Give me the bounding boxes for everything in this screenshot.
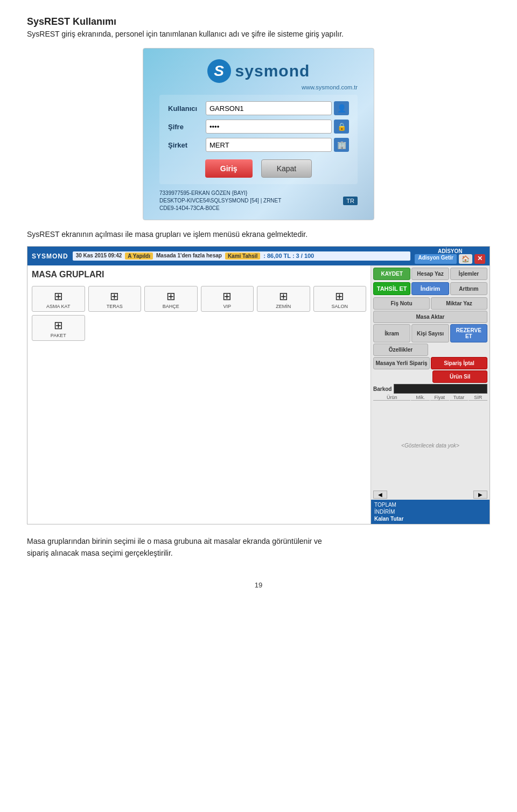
masa-item-vip[interactable]: ⊞ VIP	[201, 286, 254, 312]
masa-icon-bahce: ⊞	[166, 290, 176, 303]
sifre-label: Şifre	[168, 123, 206, 131]
table-header: Ürün Mik. Fiyat Tutar SİR	[371, 395, 490, 401]
masa-aktar-button[interactable]: Masa Aktar	[373, 311, 487, 323]
right-footer: TOPLAM İNDİRİM Kalan Tutar	[371, 500, 490, 524]
adisyon-label: ADİSYON	[438, 248, 463, 254]
scroll-left-button[interactable]: ◀	[373, 491, 387, 499]
right-panel: KAYDET Hesap Yaz İşlemler TAHSİL ET İndi…	[371, 265, 490, 524]
right-mid-row3: Özellikler	[371, 344, 490, 357]
login-logo: S sysmond www.sysmond.com.tr	[159, 59, 358, 90]
masa-label-paket: PAKET	[51, 333, 66, 338]
right-tahsil-buttons: TAHSİL ET İndirim Arttırım	[371, 282, 490, 297]
topbar-date: 30 Kas 2015 09:42	[76, 253, 122, 260]
ikram-button[interactable]: İkram	[373, 324, 410, 342]
intro-text: SysREST giriş ekranında, personel için t…	[27, 30, 490, 38]
lock-icon: 🔒	[334, 120, 349, 134]
kalan-row: Kalan Tutar	[374, 515, 486, 522]
kisi-sayisi-button[interactable]: Kişi Sayısı	[411, 324, 449, 342]
masa-label-bahce: BAHÇE	[163, 304, 179, 309]
col-fiyat: Fiyat	[430, 395, 449, 401]
app-screenshot: SYSMOND 30 Kas 2015 09:42 A Yapıldı Masa…	[27, 246, 490, 524]
barkod-row: Barkod	[371, 384, 490, 394]
masa-icon-paket: ⊞	[54, 319, 63, 332]
masa-item-asma-kat[interactable]: ⊞ ASMA KAT	[32, 286, 85, 312]
barkod-label: Barkod	[373, 386, 392, 392]
kullanici-label: Kullanıcı	[168, 104, 206, 113]
masa-label-teras: TERAS	[107, 304, 123, 309]
masa-label-asma-kat: ASMA KAT	[46, 304, 70, 309]
app-topbar: SYSMOND 30 Kas 2015 09:42 A Yapıldı Masa…	[27, 247, 490, 265]
sifre-input[interactable]	[206, 120, 332, 134]
urun-sil-row: Ürün Sil	[371, 370, 490, 384]
close-btn[interactable]: ✕	[474, 254, 485, 264]
miktar-yaz-button[interactable]: Miktar Yaz	[431, 297, 487, 310]
footer-info: 7339977595-ERKAN GÖZEN {BAYI} DESKTOP-KI…	[159, 190, 281, 212]
ozellikler-button[interactable]: Özellikler	[373, 344, 428, 356]
masa-label-zemin: ZEMİN	[276, 304, 291, 309]
masa-label-salon: SALON	[331, 304, 348, 309]
kullanici-input[interactable]	[206, 101, 332, 115]
masa-icon-teras: ⊞	[110, 290, 119, 303]
kaydet-button[interactable]: KAYDET	[373, 268, 410, 280]
rezerve-et-button[interactable]: REZERVE ET	[450, 324, 487, 342]
indirim-row: İNDİRİM	[374, 508, 486, 515]
hesap-yaz-button[interactable]: Hesap Yaz	[411, 268, 449, 280]
indirim-button[interactable]: İndirim	[411, 282, 449, 295]
kapat-button[interactable]: Kapat	[261, 159, 312, 178]
col-tutar: Tutar	[450, 395, 469, 401]
lang-badge: TR	[343, 197, 358, 205]
masa-item-salon[interactable]: ⊞ SALON	[313, 286, 367, 312]
login-form: Kullanıcı 👤 Şifre 🔒 Şirket 🏢 Giriş Kapat	[159, 95, 358, 184]
masa-icon-asma-kat: ⊞	[54, 290, 63, 303]
siparis-iptal-button[interactable]: Sipariş İptal	[431, 357, 487, 369]
masa-grid: ⊞ ASMA KAT ⊞ TERAS ⊞ BAHÇE ⊞ VIP ⊞ ZEM	[32, 286, 366, 341]
right-mid-row-extra: Masa Aktar	[371, 311, 490, 324]
company-icon: 🏢	[334, 138, 349, 152]
urun-sil-button[interactable]: Ürün Sil	[432, 370, 487, 383]
giris-button[interactable]: Giriş	[205, 159, 253, 178]
masa-item-bahce[interactable]: ⊞ BAHÇE	[144, 286, 198, 312]
right-top-buttons: KAYDET Hesap Yaz İşlemler	[371, 265, 490, 282]
masa-item-zemin[interactable]: ⊞ ZEMİN	[257, 286, 310, 312]
bottom-text-line2: sipariş alınacak masa seçimi gerçekleşti…	[27, 549, 173, 557]
col-sir: SİR	[469, 395, 487, 401]
bottom-text-line1: Masa gruplarından birinin seçimi ile o m…	[27, 537, 322, 545]
home-icon[interactable]: 🏠	[459, 254, 472, 264]
kullanici-row: Kullanıcı 👤	[168, 101, 349, 115]
masa-icon-salon: ⊞	[335, 290, 344, 303]
masa-item-paket[interactable]: ⊞ PAKET	[32, 315, 85, 341]
indirim-footer-label: İNDİRİM	[374, 509, 395, 515]
logo-text: sysmond	[235, 62, 310, 80]
masa-icon-vip: ⊞	[222, 290, 232, 303]
sirket-input[interactable]	[206, 138, 332, 152]
adisyon-getir-btn[interactable]: Adisyon Getir	[415, 254, 457, 264]
footer-right: CDE9-14D4-73CA-B0CE	[159, 205, 281, 212]
toplam-row: TOPLAM	[374, 501, 486, 508]
adisyon-buttons: Adisyon Getir 🏠 ✕	[415, 254, 485, 264]
topbar-info: 30 Kas 2015 09:42 A Yapıldı Masada 1'den…	[73, 251, 411, 261]
login-buttons: Giriş Kapat	[168, 159, 349, 178]
col-urun: Ürün	[373, 395, 410, 401]
masa-label-vip: VIP	[223, 304, 231, 309]
arttirim-button[interactable]: Arttırım	[450, 282, 487, 295]
barkod-input[interactable]	[394, 384, 487, 394]
topbar-adisyon: ADİSYON Adisyon Getir 🏠 ✕	[415, 248, 485, 264]
login-footer: 7339977595-ERKAN GÖZEN {BAYI} DESKTOP-KI…	[159, 190, 358, 212]
scroll-row: ◀ ▶	[371, 489, 490, 500]
logo-s-icon: S	[207, 59, 231, 83]
tahsil-et-button[interactable]: TAHSİL ET	[373, 282, 410, 295]
masa-item-teras[interactable]: ⊞ TERAS	[88, 286, 142, 312]
footer-line1: 7339977595-ERKAN GÖZEN {BAYI}	[159, 190, 281, 197]
islemler-button[interactable]: İşlemler	[450, 268, 487, 280]
fis-notu-button[interactable]: Fiş Notu	[373, 297, 430, 310]
left-panel: MASA GRUPLARI ⊞ ASMA KAT ⊞ TERAS ⊞ BAHÇE…	[27, 265, 371, 524]
page-number: 19	[27, 581, 490, 589]
sifre-row: Şifre 🔒	[168, 120, 349, 134]
scroll-right-button[interactable]: ▶	[473, 491, 487, 499]
page-title: SysREST Kullanımı	[27, 16, 490, 27]
user-icon: 👤	[334, 101, 349, 115]
masaya-yerli-button[interactable]: Masaya Yerli Sipariş	[373, 357, 430, 369]
app-body: MASA GRUPLARI ⊞ ASMA KAT ⊞ TERAS ⊞ BAHÇE…	[27, 265, 490, 524]
toplam-label: TOPLAM	[374, 502, 396, 508]
section1-text: SysREST ekranının açılması ile masa grup…	[27, 230, 490, 239]
